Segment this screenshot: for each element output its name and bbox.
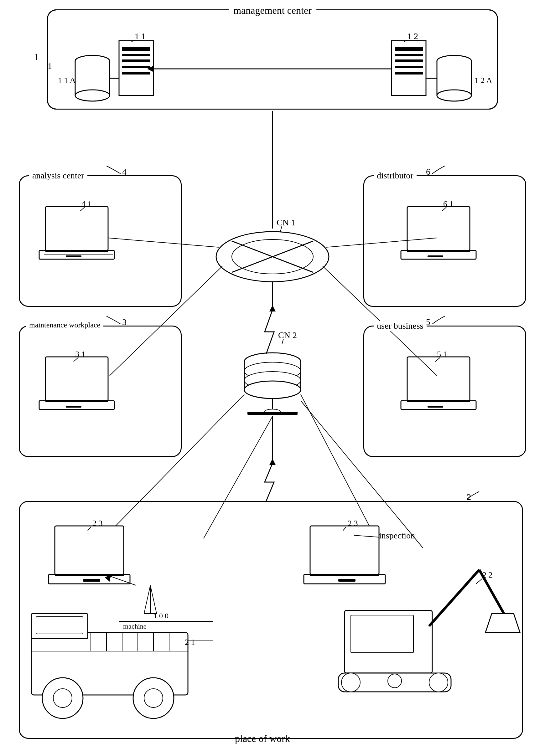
svg-point-76	[244, 381, 301, 399]
svg-marker-87	[269, 305, 276, 311]
svg-line-66	[232, 241, 313, 272]
svg-text:CN 2: CN 2	[278, 330, 297, 340]
svg-marker-89	[269, 459, 276, 465]
svg-point-70	[244, 353, 301, 370]
management-center-box: management center	[47, 9, 498, 110]
management-center-label: management center	[229, 5, 316, 16]
svg-text:2: 2	[467, 492, 471, 502]
svg-text:CN 1: CN 1	[277, 218, 296, 227]
maintenance-workplace-label: maintenance workplace	[26, 321, 103, 329]
svg-point-74	[244, 362, 301, 380]
user-business-box: user business	[363, 326, 526, 457]
maintenance-workplace-box: maintenance workplace	[19, 326, 182, 457]
svg-line-69	[280, 226, 282, 232]
analysis-center-box: analysis center	[19, 175, 182, 307]
svg-rect-79	[247, 412, 298, 415]
distributor-label: distributor	[374, 171, 417, 181]
svg-line-81	[282, 339, 284, 344]
svg-point-64	[216, 232, 329, 282]
svg-point-65	[232, 239, 313, 274]
diagram-container: management center 1 1 1 A 1 1	[0, 0, 545, 756]
svg-point-78	[265, 409, 280, 414]
analysis-center-label: analysis center	[29, 171, 87, 181]
user-business-label: user business	[374, 321, 427, 331]
place-of-work-box	[19, 501, 523, 739]
svg-line-67	[232, 241, 313, 272]
label-1: 1	[34, 52, 39, 62]
label-ref-1: 1	[48, 61, 52, 71]
svg-rect-71	[244, 362, 301, 390]
svg-point-75	[244, 372, 301, 389]
distributor-box: distributor	[363, 175, 526, 307]
